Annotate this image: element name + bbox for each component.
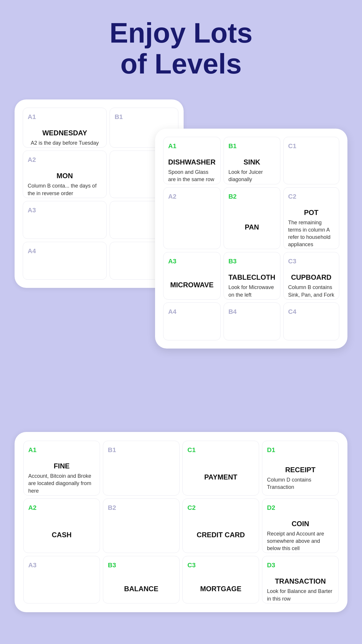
cell-k-c4: C4 — [283, 302, 339, 340]
stacked-puzzle-area: A1 WEDNESDAY A2 is the day before Tuesda… — [15, 99, 347, 274]
main-title: Enjoy Lots of Levels — [15, 18, 347, 79]
finance-card: A1 FINE Account, Bitcoin and Broke are l… — [15, 432, 347, 612]
cell-f-a1: A1 FINE Account, Bitcoin and Broke are l… — [23, 441, 100, 496]
cell-f-c1: C1 PAYMENT — [182, 441, 259, 496]
cell-days-a2: A2 MON Column B conta... the days of the… — [23, 150, 107, 198]
page-container: Enjoy Lots of Levels A1 WEDNESDAY A2 is … — [0, 0, 362, 630]
cell-f-b3: B3 BALANCE — [103, 556, 180, 603]
cell-k-a2: A2 — [163, 187, 221, 249]
kitchen-card: A1 DISHWASHER Spoon and Glass are in the… — [155, 129, 347, 349]
cell-k-c2: C2 POT The remaining terms in column A r… — [283, 187, 339, 249]
cell-f-b1: B1 — [103, 441, 180, 496]
cell-k-b3: B3 TABLECLOTH Look for Microwave on the … — [224, 252, 280, 299]
cell-days-a3: A3 — [23, 201, 107, 239]
cell-k-a3: A3 MICROWAVE — [163, 252, 221, 299]
cell-f-d2: D2 COIN Receipt and Account are somewher… — [262, 498, 339, 553]
cell-k-c3: C3 CUPBOARD Column B contains Sink, Pan,… — [283, 252, 339, 299]
cell-f-c2: C2 CREDIT CARD — [182, 498, 259, 553]
cell-f-d3: D3 TRANSACTION Look for Balance and Bart… — [262, 556, 339, 603]
cell-k-a1: A1 DISHWASHER Spoon and Glass are in the… — [163, 137, 221, 184]
cell-k-b1: B1 SINK Look for Juicer diagonally — [224, 137, 280, 184]
cell-f-a3: A3 — [23, 556, 100, 603]
cell-f-d1: D1 RECEIPT Column D contains Transaction — [262, 441, 339, 496]
cell-k-c1: C1 — [283, 137, 339, 184]
cell-f-b2: B2 — [103, 498, 180, 553]
cell-k-b4: B4 — [224, 302, 280, 340]
cell-f-c3: C3 MORTGAGE — [182, 556, 259, 603]
cell-f-a2: A2 CASH — [23, 498, 100, 553]
cell-days-a1: A1 WEDNESDAY A2 is the day before Tuesda… — [23, 108, 107, 148]
cell-k-b2: B2 PAN — [224, 187, 280, 249]
cell-days-a4: A4 — [23, 242, 107, 280]
cell-k-a4: A4 — [163, 302, 221, 340]
